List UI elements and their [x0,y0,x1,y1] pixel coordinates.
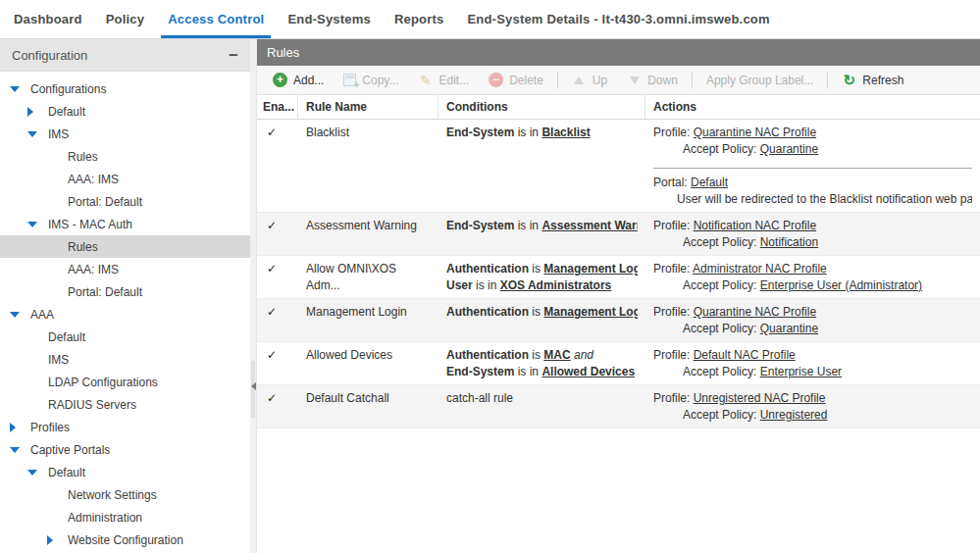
link-allowed-devices[interactable]: Allowed Devices [542,365,635,378]
tree-item-aaa[interactable]: AAA [0,303,250,326]
tree-arrow-collapsed-icon[interactable] [47,535,68,545]
tree-arrow-expanded-icon[interactable] [10,86,30,92]
tree-item-portal-default[interactable]: Portal: Default [0,190,250,213]
tree-item-profiles[interactable]: Profiles [0,416,250,438]
tree-item-ims-mac-auth[interactable]: IMS - MAC Auth [0,213,250,235]
edit-icon [418,73,433,87]
action-line: Profile: Notification NAC Profile [653,218,972,234]
splitter[interactable] [250,39,257,553]
text-segment: Accept Policy: [683,365,760,378]
tree-item-aaa-ims[interactable]: AAA: IMS [0,258,250,280]
action-line: Accept Policy: Enterprise User [653,364,972,380]
link-unregistered-nac-profile[interactable]: Unregistered NAC Profile [694,391,826,405]
tree-item-portal-default[interactable]: Portal: Default [0,280,250,303]
link-quarantine[interactable]: Quarantine [760,142,818,156]
text-segment: is in [514,365,542,378]
link-administrator-nac-profile[interactable]: Administrator NAC Profile [693,262,827,276]
splitter-collapse-icon[interactable] [251,382,256,390]
actions-cell: Profile: Notification NAC ProfileAccept … [645,213,980,255]
link-quarantine-nac-profile[interactable]: Quarantine NAC Profile [694,305,816,319]
link-default-nac-profile[interactable]: Default NAC Profile [694,348,796,362]
link-enterprise-user[interactable]: Enterprise User [760,365,842,378]
link-unregistered[interactable]: Unregistered [760,408,828,422]
toolbar-button-edit[interactable]: Edit... [408,66,479,94]
link-assessment-warning[interactable]: Assessment Warning [542,219,638,232]
content: Configuration − ConfigurationsDefaultIMS… [0,39,980,553]
link-notification[interactable]: Notification [760,235,818,249]
tree-item-radius-servers[interactable]: RADIUS Servers [0,393,250,416]
nav-tab-reports[interactable]: Reports [383,0,456,38]
condition-line: Authentication is Management Login [446,304,638,321]
tree-item-configurations[interactable]: Configurations [0,77,250,100]
collapse-panel-icon[interactable]: − [229,47,238,64]
tree-item-default[interactable]: Default [0,461,250,483]
nav-tab-end-system-details-lt-t430-3-omni-imsweb-com[interactable]: End-System Details - lt-t430-3.omni.imsw… [455,0,781,38]
link-xos-administrators[interactable]: XOS Administrators [500,278,612,292]
action-line: Accept Policy: Quarantine [653,321,972,337]
tree-item-default[interactable]: Default [0,100,250,123]
action-line: Accept Policy: Notification [653,234,972,251]
text-segment: Authentication [446,305,529,319]
tree-item-network-settings[interactable]: Network Settings [0,483,250,506]
text-segment: Authentication [446,262,529,276]
tree-item-rules[interactable]: Rules [0,235,250,258]
rule-row-default-catchall[interactable]: ✓Default Catchallcatch-all ruleProfile: … [257,385,980,428]
text-segment: is in [514,219,542,232]
toolbar-button-delete[interactable]: Delete [479,66,553,94]
link-management-login[interactable]: Management Login [543,305,638,319]
tree-arrow-expanded-icon[interactable] [27,131,48,137]
column-header-cond[interactable]: Conditions [438,95,645,119]
actions-cell: Profile: Default NAC ProfileAccept Polic… [645,342,980,384]
tree-item-ims[interactable]: IMS [0,348,250,371]
tree-item-captive-portals[interactable]: Captive Portals [0,438,250,461]
tree-item-label: IMS [48,127,69,141]
rule-row-assessment-warning[interactable]: ✓Assessment WarningEnd-System is in Asse… [257,213,980,256]
nav-tab-access-control[interactable]: Access Control [156,0,276,38]
rule-row-allow-omni-xos-adm[interactable]: ✓Allow OMNI\XOS Adm...Authentication is … [257,256,980,299]
tree-item-administration[interactable]: Administration [0,506,250,528]
column-header-ena[interactable]: Ena... [257,95,298,119]
toolbar-button-label: Delete [509,74,543,87]
link-management-logi[interactable]: Management Logi [543,262,638,276]
rule-row-blacklist[interactable]: ✓BlacklistEnd-System is in BlacklistProf… [257,120,980,213]
link-blacklist[interactable]: Blacklist [542,126,590,139]
text-segment: Accept Policy: [683,142,760,156]
tree-item-ims[interactable]: IMS [0,123,250,145]
column-header-act[interactable]: Actions [645,95,980,119]
tree-arrow-collapsed-icon[interactable] [27,107,48,117]
up-arrow-icon [572,73,587,87]
link-default[interactable]: Default [691,176,728,189]
tree-arrow-expanded-icon[interactable] [10,447,30,453]
tree-item-default[interactable]: Default [0,326,250,348]
link-notification-nac-profile[interactable]: Notification NAC Profile [694,219,816,232]
tree-arrow-expanded-icon[interactable] [27,222,48,227]
link-enterprise-user-administrator[interactable]: Enterprise User (Administrator) [760,278,922,292]
toolbar-button-add[interactable]: Add... [263,66,334,94]
text-segment: is [529,262,543,276]
toolbar-button-apply-group-label[interactable]: Apply Group Label... [696,66,823,94]
toolbar-button-refresh[interactable]: Refresh [832,66,913,94]
text-segment: Profile: [653,262,693,276]
tree-item-website-configuration[interactable]: Website Configuration [0,528,250,551]
toolbar-button-up[interactable]: Up [562,66,617,94]
link-mac[interactable]: MAC [543,348,570,362]
nav-tab-end-systems[interactable]: End-Systems [276,0,383,38]
tree-item-ldap-configurations[interactable]: LDAP Configurations [0,371,250,393]
toolbar-button-down[interactable]: Down [617,66,688,94]
nav-tab-policy[interactable]: Policy [94,0,157,38]
tree-arrow-expanded-icon[interactable] [27,470,48,476]
rule-row-management-login[interactable]: ✓Management LoginAuthentication is Manag… [257,299,980,342]
link-quarantine[interactable]: Quarantine [760,322,818,335]
tree-item-rules[interactable]: Rules [0,145,250,168]
rule-row-allowed-devices[interactable]: ✓Allowed DevicesAuthentication is MAC an… [257,342,980,385]
text-segment: Profile: [653,391,694,405]
text-segment: Accept Policy: [683,278,760,292]
tree-arrow-collapsed-icon[interactable] [10,423,30,432]
link-quarantine-nac-profile[interactable]: Quarantine NAC Profile [694,126,816,139]
toolbar-button-copy[interactable]: Copy... [334,66,408,94]
tree-arrow-expanded-icon[interactable] [10,312,30,318]
tree-item-aaa-ims[interactable]: AAA: IMS [0,168,250,190]
nav-tab-dashboard[interactable]: Dashboard [2,0,94,38]
column-header-name[interactable]: Rule Name [298,95,438,119]
enabled-cell: ✓ [257,213,298,255]
